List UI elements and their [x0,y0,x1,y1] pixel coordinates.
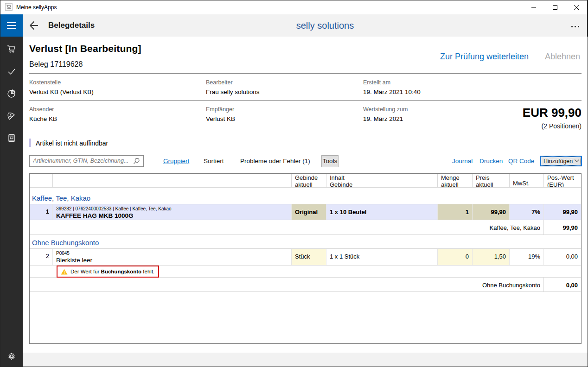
field-label-bearbeiter: Bearbeiter [206,79,233,86]
article-name: Bierkiste leer [56,257,288,264]
header-rownum [30,174,53,187]
header-article [53,174,292,187]
search-icon [133,158,140,165]
pizza-icon [6,111,17,121]
cart-icon [6,44,17,54]
forward-for-review-link[interactable]: Zur Prüfung weiterleiten [440,52,529,62]
cell-menge[interactable]: 0 [438,249,473,265]
more-options-button[interactable] [569,26,579,34]
table-row[interactable]: 1 369282 | 07622400002533 | Kaffee | Kaf… [30,204,581,220]
footer-strip [23,353,588,367]
back-button[interactable] [23,14,45,37]
sidebar-item-tasks[interactable] [0,60,23,82]
search-input[interactable] [33,158,134,164]
cell-gebinde[interactable]: Original [292,204,326,220]
add-button[interactable]: Hinzufügen [540,156,582,166]
sidebar-nav [0,37,23,367]
cell-inhalt: 1 x 1 Stück [326,249,438,265]
problems-link[interactable]: Probleme oder Fehler (1) [240,158,310,165]
subtotal-label: Kaffee, Tee, Kakao [30,220,544,234]
cell-wert: 0,00 [544,249,581,265]
page-title: Belegdetails [48,21,95,30]
print-link[interactable]: Drucken [479,158,503,165]
header-inhalt: Inhalt Gebinde [326,174,438,187]
cell-preis[interactable]: 99,90 [473,204,510,220]
header-gebinde: Gebinde aktuell [292,174,326,187]
sidebar-item-reports[interactable] [0,82,23,105]
gear-icon [6,351,17,361]
app-header: Belegdetails selly solutions [0,14,587,37]
main-content: Verlust [In Bearbeitung] Beleg 17119628 … [23,37,588,367]
cell-menge[interactable]: 1 [438,204,473,220]
maximize-button[interactable] [544,0,566,14]
sidebar-item-food[interactable] [0,105,23,127]
grouped-link[interactable]: Gruppiert [163,158,189,165]
article-meta: P0045 [56,249,288,256]
separator [29,100,582,101]
arrow-left-icon [23,14,45,37]
subtotal-value: 0,00 [544,278,581,291]
header-mwst: MwSt. [510,174,544,187]
close-button[interactable] [566,0,587,14]
separator [29,73,582,74]
group-header-row: Ohne Buchungskonto [30,235,581,249]
subtotal-label: Ohne Buchungskonto [30,278,544,291]
sorted-link[interactable]: Sortiert [204,158,224,165]
reject-link[interactable]: Ablehnen [545,52,580,62]
app-window: Meine sellyApps Belegdetails selly solut… [0,0,588,367]
list-toolbar: Gruppiert Sortiert Probleme oder Fehler … [23,155,588,167]
cell-wert: 99,90 [544,204,581,220]
group-name: Ohne Buchungskonto [32,239,99,247]
alert-text: Artikel ist nicht auffindbar [36,139,108,147]
group-subtotal-row: Kaffee, Tee, Kakao 99,90 [30,220,581,235]
table-row[interactable]: 2 P0045 Bierkiste leer Stück 1 x 1 Stück… [30,249,581,266]
book-icon [6,133,17,143]
field-label-absender: Absender [29,106,54,113]
article-meta: 369282 | 07622400002533 | Kaffee | Kaffe… [56,204,288,211]
group-header-row: Kaffee, Tee, Kakao [30,188,581,204]
field-value-bearbeiter: Frau selly solutions [206,89,260,95]
field-label-empfaenger: Empfänger [206,106,234,113]
sidebar-item-catalog[interactable] [0,127,23,149]
qr-code-link[interactable]: QR Code [508,158,534,165]
group-name: Kaffee, Tee, Kakao [32,194,90,202]
minimize-button[interactable] [523,0,544,14]
alert-accent-bar [29,139,31,147]
validation-error-row: Der Wert für Buchungskonto fehlt. [30,266,581,277]
title-bar: Meine sellyApps [0,0,587,14]
document-number: Beleg 17119628 [29,60,83,69]
app-icon [5,3,13,11]
group-subtotal-row: Ohne Buchungskonto 0,00 [30,277,581,292]
cell-mwst: 19% [510,249,544,265]
search-box [29,155,144,167]
positions-table: Gebinde aktuell Inhalt Gebinde Menge akt… [29,173,582,344]
header-menge: Menge aktuell [438,174,473,187]
chevron-down-icon [575,159,579,162]
total-amount: EUR 99,90 [523,106,582,120]
sidebar-item-cart[interactable] [0,38,23,60]
validation-error-badge: Der Wert für Buchungskonto fehlt. [57,266,159,278]
document-title: Verlust [In Bearbeitung] [29,43,141,54]
error-text: Der Wert für Buchungskonto fehlt. [70,269,154,274]
field-value-absender: Küche KB [29,115,57,122]
header-wert: Pos.-Wert (EUR) [544,174,581,187]
sidebar-item-settings[interactable] [0,345,23,367]
cell-inhalt: 1 x 10 Beutel [326,204,438,220]
total-positions: (2 Positionen) [542,122,582,130]
warning-icon [61,269,68,275]
cell-preis[interactable]: 1,50 [473,249,510,265]
cell-mwst: 7% [510,204,544,220]
pie-chart-icon [6,89,17,99]
field-value-empfaenger: Verlust KB [206,115,235,122]
checkmark-icon [6,66,17,76]
cell-gebinde[interactable]: Stück [292,249,326,265]
tools-button[interactable]: Tools [321,155,339,167]
hamburger-menu-button[interactable] [0,14,23,37]
article-name: KAFFEE HAG MKB 1000G [56,212,288,219]
journal-link[interactable]: Journal [452,158,473,165]
field-value-wertstellung: 19. März 2021 [363,115,403,122]
field-label-kostenstelle: Kostenstelle [29,79,61,86]
window-title: Meine sellyApps [16,4,57,11]
table-header-row: Gebinde aktuell Inhalt Gebinde Menge akt… [30,174,581,188]
field-value-erstellt-am: 19. März 2021 10:40 [363,89,421,95]
